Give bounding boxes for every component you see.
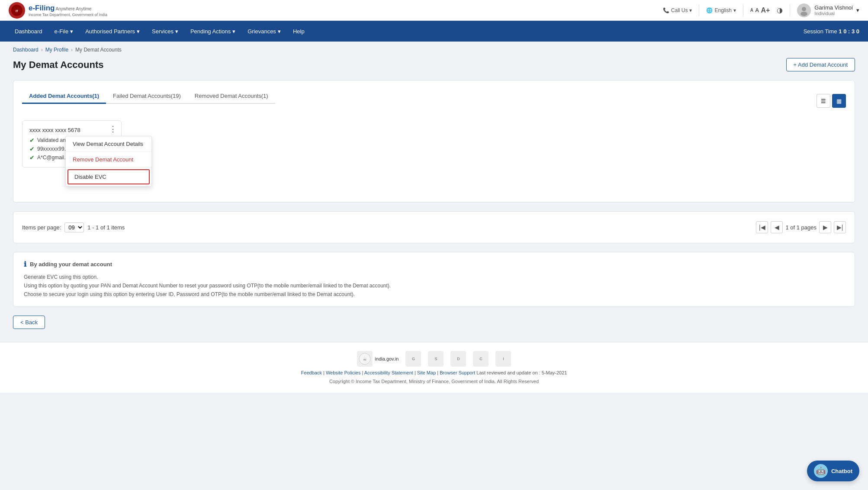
grid-view-button[interactable]: ▦ — [832, 94, 846, 108]
user-name: Garima Vishnoi — [814, 4, 853, 11]
services-chevron-icon: ▾ — [175, 28, 178, 35]
tab-removed-demat[interactable]: Removed Demat Accounts(1) — [188, 89, 275, 104]
page-title: My Demat Accounts — [13, 59, 103, 71]
svg-point-3 — [802, 7, 806, 11]
feedback-label[interactable]: Feedback — [301, 370, 322, 375]
main-content: My Demat Accounts + Add Demat Account Ad… — [0, 58, 868, 342]
tab-added-demat[interactable]: Added Demat Accounts(1) — [22, 89, 106, 104]
svg-text:IN: IN — [363, 358, 366, 361]
partner-logo-5: I — [495, 351, 511, 367]
list-view-icon: ☰ — [821, 98, 826, 104]
accessibility-link[interactable]: Accessibility Statement — [364, 370, 413, 375]
pending-chevron-icon: ▾ — [232, 28, 235, 35]
pagination-row: Items per page: 09 18 27 1 - 1 of 1 item… — [22, 217, 846, 238]
breadcrumb-dashboard[interactable]: Dashboard — [13, 47, 39, 53]
logo-emblem: IT — [9, 2, 25, 19]
view-demat-details-item[interactable]: View Demat Account Details — [66, 136, 151, 152]
logo-brand: e-Filing — [29, 4, 55, 13]
font-medium-button[interactable]: A — [755, 7, 759, 13]
language-selector[interactable]: 🌐 English ▾ — [706, 7, 736, 13]
info-point-3: Choose to secure your login using this o… — [24, 290, 844, 299]
next-page-button[interactable]: ▶ — [819, 221, 831, 233]
demat-card-container: xxxx xxxx xxxx 5678 ⋮ ✔ Validated an... … — [22, 120, 122, 168]
tabs-row: Added Demat Accounts(1) Failed Demat Acc… — [22, 89, 846, 113]
footer-feedback-row: Feedback | Website Policies | Accessibil… — [301, 370, 567, 375]
breadcrumb: Dashboard › My Profile › My Demat Accoun… — [0, 42, 868, 58]
font-size-controls: A A A+ — [750, 6, 770, 14]
phone-icon: 📞 — [663, 7, 669, 13]
pagination-card: Items per page: 09 18 27 1 - 1 of 1 item… — [13, 211, 855, 243]
partner-logo-2: S — [428, 351, 444, 367]
browser-support-link[interactable]: Browser Support — [440, 370, 475, 375]
info-card: ℹ By adding your demat account Generate … — [13, 252, 855, 307]
nav-dashboard[interactable]: Dashboard — [9, 21, 48, 42]
info-icon: ℹ — [24, 260, 26, 268]
nav-efile[interactable]: e-File ▾ — [48, 21, 80, 42]
call-us-button[interactable]: 📞 Call Us ▾ — [663, 7, 692, 13]
logo: IT e-Filing Anywhere Anytime Income Tax … — [9, 2, 107, 19]
check-icon-1: ✔ — [29, 137, 35, 144]
demat-account-number: xxxx xxxx xxxx 5678 — [29, 127, 80, 133]
nav-services[interactable]: Services ▾ — [146, 21, 184, 42]
prev-page-button[interactable]: ◀ — [771, 221, 783, 233]
top-bar: IT e-Filing Anywhere Anytime Income Tax … — [0, 0, 868, 21]
language-label: English — [714, 7, 731, 13]
demat-mobile: 99xxxxxx99... — [37, 146, 69, 152]
svg-text:IT: IT — [16, 10, 19, 13]
add-demat-account-button[interactable]: + Add Demat Account — [786, 58, 855, 71]
info-point-1: Generate EVC using this option. — [24, 273, 844, 281]
divider — [699, 4, 699, 16]
partner-logo-3: D — [450, 351, 466, 367]
last-page-button[interactable]: ▶| — [834, 221, 846, 233]
demat-dropdown-menu: View Demat Account Details Remove Demat … — [65, 136, 152, 187]
user-role: Individual — [814, 11, 853, 16]
breadcrumb-my-profile[interactable]: My Profile — [45, 47, 68, 53]
pagination-left: Items per page: 09 18 27 1 - 1 of 1 item… — [22, 222, 125, 232]
font-large-button[interactable]: A+ — [761, 6, 770, 14]
nav-pending-actions[interactable]: Pending Actions ▾ — [184, 21, 241, 42]
grid-view-icon: ▦ — [836, 98, 842, 104]
info-point-2: Using this option by quoting your PAN an… — [24, 281, 844, 290]
partner-logo-1: G — [405, 351, 421, 367]
view-toggle: ☰ ▦ — [817, 94, 846, 108]
page-info: 1 of 1 pages — [785, 224, 817, 231]
check-icon-3: ✔ — [29, 154, 35, 161]
font-small-button[interactable]: A — [750, 8, 753, 13]
logo-subtitle: Income Tax Department, Government of Ind… — [29, 13, 107, 17]
demat-menu-button[interactable]: ⋮ — [109, 125, 117, 133]
user-details: Garima Vishnoi Individual — [814, 4, 853, 16]
partners-chevron-icon: ▾ — [137, 28, 140, 35]
divider3 — [790, 4, 790, 16]
first-page-button[interactable]: |◀ — [756, 221, 768, 233]
svg-point-4 — [800, 12, 807, 16]
back-button[interactable]: < Back — [13, 316, 45, 329]
efile-chevron-icon: ▾ — [70, 28, 73, 35]
site-map-link[interactable]: Site Map — [417, 370, 436, 375]
info-title-text: By adding your demat account — [30, 261, 112, 268]
list-view-button[interactable]: ☰ — [817, 94, 830, 108]
last-reviewed-text: Last reviewed and update on : 5-May-2021 — [476, 370, 567, 375]
logo-text-group: e-Filing Anywhere Anytime Income Tax Dep… — [29, 4, 107, 17]
per-page-select[interactable]: 09 18 27 — [64, 222, 84, 232]
info-list: Generate EVC using this option. Using th… — [24, 273, 844, 299]
website-policies-link[interactable]: Website Policies — [326, 370, 361, 375]
demat-accounts-card: Added Demat Accounts(1) Failed Demat Acc… — [13, 80, 855, 203]
check-icon-2: ✔ — [29, 145, 35, 152]
user-chevron-icon: ▾ — [856, 7, 859, 13]
contrast-toggle-button[interactable]: ◑ — [777, 6, 783, 14]
footer-logos: IN india.gov.in G S D C I — [357, 351, 511, 367]
disable-evc-item[interactable]: Disable EVC — [68, 169, 150, 184]
items-per-page-label: Items per page: — [22, 224, 61, 231]
tab-failed-demat[interactable]: Failed Demat Accounts(19) — [106, 89, 188, 104]
nav-authorised-partners[interactable]: Authorised Partners ▾ — [79, 21, 146, 42]
avatar — [797, 3, 811, 17]
user-profile-area[interactable]: Garima Vishnoi Individual ▾ — [797, 3, 859, 17]
breadcrumb-sep2: › — [71, 47, 73, 53]
nav-help[interactable]: Help — [287, 21, 311, 42]
breadcrumb-sep1: › — [41, 47, 43, 53]
pagination-range: 1 - 1 of 1 items — [87, 224, 125, 231]
nav-grievances[interactable]: Grievances ▾ — [241, 21, 287, 42]
demat-tabs: Added Demat Accounts(1) Failed Demat Acc… — [22, 89, 275, 104]
breadcrumb-current: My Demat Accounts — [75, 47, 122, 53]
remove-demat-account-item[interactable]: Remove Demat Account — [66, 152, 151, 168]
